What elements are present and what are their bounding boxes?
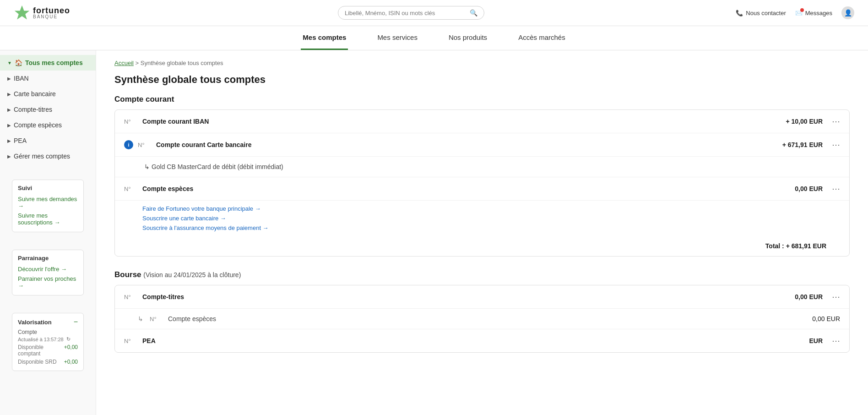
- link-souscrire-carte[interactable]: Souscrire une carte bancaire →: [142, 215, 226, 222]
- contact-label: Nous contacter: [746, 10, 786, 16]
- suivi-box: Suivi Suivre mes demandes → Suivre mes s…: [12, 180, 84, 232]
- arrow-titres: ▶: [7, 107, 11, 112]
- nav-nos-produits[interactable]: Nos produits: [447, 26, 489, 50]
- search-input[interactable]: [345, 10, 470, 16]
- breadcrumb-current: Synthèse globale tous comptes: [141, 60, 223, 66]
- messages-label: Messages: [805, 10, 832, 16]
- breadcrumb-separator: >: [136, 60, 141, 66]
- valorisation-box: Valorisation − Compte Actualisé à 13:57:…: [12, 313, 84, 371]
- page-title: Synthèse globale tous comptes: [114, 74, 850, 86]
- compte-courant-card: N° Compte courant IBAN + 10,00 EUR ⋯ i N…: [114, 109, 850, 257]
- fortuneo-logo-icon: [14, 5, 30, 21]
- dispo-srd-value: +0,00: [64, 359, 78, 365]
- sidebar-item-compte-especes[interactable]: ▶ Compte espèces: [0, 117, 96, 133]
- sidebar-item-tous-comptes[interactable]: ▼ 🏠 Tous mes comptes: [0, 55, 96, 71]
- dispo-comptant-row: Disponible comptant +0,00: [18, 343, 78, 358]
- info-icon-carte: i: [124, 140, 133, 149]
- compte-courant-total: Total : + 681,91 EUR: [115, 238, 849, 256]
- sidebar-item-compte-titres[interactable]: ▶ Compte-titres: [0, 102, 96, 117]
- phone-icon: 📞: [736, 10, 743, 16]
- dispo-comptant-label: Disponible comptant: [18, 344, 64, 357]
- messages-badge: ✉️: [795, 10, 803, 16]
- sidebar: ▼ 🏠 Tous mes comptes ▶ IBAN ▶ Carte banc…: [0, 50, 96, 415]
- sidebar-item-iban[interactable]: ▶ IBAN: [0, 71, 96, 86]
- account-name-carte: Compte courant Carte bancaire: [156, 141, 759, 148]
- search-box[interactable]: 🔍: [338, 6, 484, 20]
- table-row: N° Compte-titres 0,00 EUR ⋯: [115, 285, 849, 309]
- search-area: 🔍: [87, 6, 735, 20]
- valorisation-compte-label: Compte: [18, 329, 78, 335]
- table-row: N° Compte espèces 0,00 EUR ⋯: [115, 177, 849, 201]
- val-compte: Compte: [18, 329, 37, 335]
- parrainage-title: Parrainage: [18, 255, 78, 262]
- logo-banque: BANQUE: [33, 15, 70, 19]
- refresh-icon[interactable]: ↻: [66, 336, 71, 342]
- account-menu-especes[interactable]: ⋯: [832, 184, 840, 194]
- link-souscrire-assurance[interactable]: Souscrire à l'assurance moyens de paieme…: [142, 224, 269, 231]
- user-icon: 👤: [844, 9, 852, 16]
- sidebar-valorisation-section: Valorisation − Compte Actualisé à 13:57:…: [0, 304, 96, 373]
- arrow-gerer: ▶: [7, 154, 11, 159]
- parrainage-box: Parrainage Découvrir l'offre → Parrainer…: [12, 250, 84, 295]
- link-parrainer-proches[interactable]: Parrainer vos proches →: [18, 274, 78, 290]
- search-icon: 🔍: [470, 9, 477, 16]
- table-row: ↳ Gold CB MasterCard de débit (débit imm…: [115, 157, 849, 177]
- logo: fortuneo BANQUE: [14, 5, 87, 21]
- sidebar-item-pea[interactable]: ▶ PEA: [0, 133, 96, 148]
- account-balance-pea: EUR: [763, 337, 823, 344]
- account-balance-ct: 0,00 EUR: [763, 293, 823, 300]
- account-num-especes-sub: N°: [150, 316, 163, 322]
- header: fortuneo BANQUE 🔍 📞 Nous contacter ✉️ Me…: [0, 0, 868, 26]
- contact-button[interactable]: 📞 Nous contacter: [736, 10, 786, 16]
- breadcrumb: Accueil > Synthèse globale tous comptes: [114, 60, 850, 66]
- account-menu-ct[interactable]: ⋯: [832, 292, 840, 302]
- account-num-especes: N°: [124, 186, 138, 192]
- dispo-comptant-value: +0,00: [64, 344, 78, 357]
- sidebar-suivi-section: Suivi Suivre mes demandes → Suivre mes s…: [0, 170, 96, 234]
- valorisation-collapse-button[interactable]: −: [74, 318, 78, 326]
- link-banque-principale[interactable]: Faire de Fortuneo votre banque principal…: [142, 205, 261, 212]
- card-sub-label: ↳ Gold CB MasterCard de débit (débit imm…: [144, 163, 840, 170]
- account-menu-iban[interactable]: ⋯: [832, 116, 840, 126]
- nav-mes-comptes[interactable]: Mes comptes: [301, 26, 348, 50]
- account-menu-carte[interactable]: ⋯: [832, 140, 840, 150]
- compte-courant-title: Compte courant: [114, 95, 850, 104]
- house-icon: 🏠: [15, 59, 22, 66]
- arrow-iban: ▶: [7, 76, 11, 81]
- chevron-down-icon: ▼: [7, 60, 12, 66]
- bourse-subtitle-text: (Vision au 24/01/2025 à la clôture): [143, 271, 241, 278]
- messages-button[interactable]: ✉️ Messages: [795, 10, 832, 16]
- valorisation-updated: Actualisé à 13:57:28: [18, 337, 64, 342]
- header-actions: 📞 Nous contacter ✉️ Messages 👤: [735, 6, 854, 19]
- account-num-ct: N°: [124, 294, 138, 300]
- sidebar-carte-label: Carte bancaire: [14, 90, 56, 98]
- account-balance-especes: 0,00 EUR: [763, 185, 823, 192]
- bourse-section-title: Bourse (Vision au 24/01/2025 à la clôtur…: [114, 270, 850, 279]
- link-suivre-demandes[interactable]: Suivre mes demandes →: [18, 194, 78, 211]
- nav-mes-services[interactable]: Mes services: [375, 26, 419, 50]
- account-num-carte: N°: [138, 142, 152, 148]
- svg-marker-0: [15, 5, 29, 20]
- main-navigation: Mes comptes Mes services Nos produits Ac…: [0, 26, 868, 50]
- main-content: Accueil > Synthèse globale tous comptes …: [96, 50, 868, 415]
- account-num-pea: N°: [124, 338, 138, 344]
- table-row: N° Compte courant IBAN + 10,00 EUR ⋯: [115, 110, 849, 133]
- sidebar-item-gerer-comptes[interactable]: ▶ Gérer mes comptes: [0, 148, 96, 164]
- bourse-title: Bourse: [114, 270, 141, 279]
- table-row: i N° Compte courant Carte bancaire + 671…: [115, 133, 849, 157]
- account-balance-iban: + 10,00 EUR: [763, 118, 823, 125]
- sidebar-iban-label: IBAN: [14, 75, 29, 82]
- table-row: N° PEA EUR ⋯: [115, 329, 849, 352]
- nav-acces-marches[interactable]: Accès marchés: [516, 26, 567, 50]
- sidebar-titres-label: Compte-titres: [14, 106, 52, 113]
- bourse-card: N° Compte-titres 0,00 EUR ⋯ ↳ N° Compte …: [114, 285, 850, 353]
- user-avatar[interactable]: 👤: [841, 6, 854, 19]
- sidebar-parrainage-section: Parrainage Découvrir l'offre → Parrainer…: [0, 240, 96, 297]
- sidebar-pea-label: PEA: [14, 137, 27, 144]
- account-menu-pea[interactable]: ⋯: [832, 336, 840, 346]
- link-decouvrir-offre[interactable]: Découvrir l'offre →: [18, 264, 78, 274]
- sidebar-item-carte-bancaire[interactable]: ▶ Carte bancaire: [0, 86, 96, 102]
- link-suivre-souscriptions[interactable]: Suivre mes souscriptions →: [18, 211, 78, 227]
- arrow-carte: ▶: [7, 92, 11, 97]
- breadcrumb-home[interactable]: Accueil: [114, 60, 134, 66]
